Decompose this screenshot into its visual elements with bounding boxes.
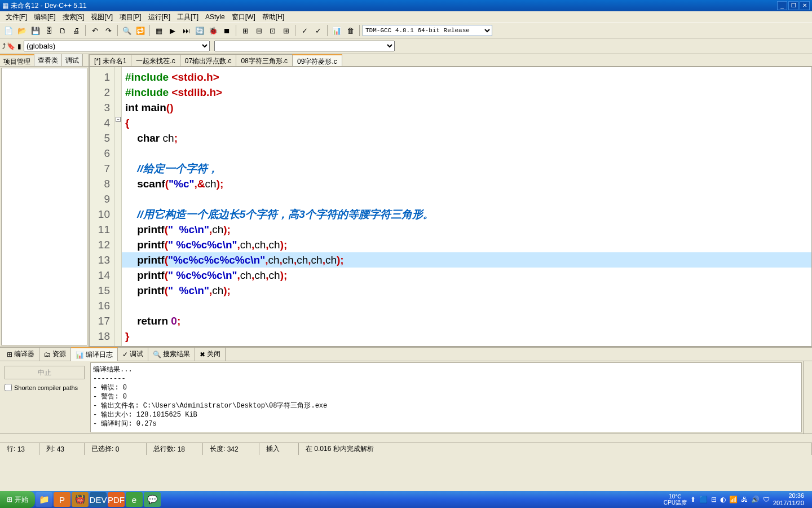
abort-button[interactable]: 中止 bbox=[5, 366, 85, 379]
tool-button-4[interactable]: ⊞ bbox=[280, 24, 292, 37]
save-all-button[interactable]: 🗄 bbox=[43, 24, 55, 37]
scope-select[interactable]: (globals) bbox=[24, 41, 210, 51]
tab-icon: ✖ bbox=[200, 351, 205, 358]
delete-profile-button[interactable]: 🗑 bbox=[344, 24, 356, 37]
file-tab[interactable]: 一起来找茬.c bbox=[131, 54, 180, 66]
tray-icon-1[interactable]: ⬆ bbox=[690, 496, 696, 503]
menubar: 文件[F]编辑[E]搜索[S]视图[V]项目[P]运行[R]工具[T]AStyl… bbox=[0, 11, 812, 23]
side-tab[interactable]: 项目管理 bbox=[0, 54, 34, 66]
file-tab[interactable]: 09字符菱形.c bbox=[292, 54, 342, 66]
tab-icon: 🔍 bbox=[153, 351, 161, 358]
side-panel: 项目管理查看类调试 bbox=[0, 54, 89, 347]
side-tab[interactable]: 查看类 bbox=[34, 54, 62, 66]
menu-item[interactable]: 项目[P] bbox=[116, 11, 145, 23]
file-tabs: [*] 未命名1一起来找茬.c07输出浮点数.c08字符三角形.c09字符菱形.… bbox=[89, 54, 812, 67]
rebuild-button[interactable]: 🔄 bbox=[193, 24, 206, 37]
print-button[interactable]: 🖨 bbox=[70, 24, 82, 37]
debug-button[interactable]: 🐞 bbox=[207, 24, 219, 37]
redo-button[interactable]: ↷ bbox=[102, 24, 114, 37]
toggle-button[interactable]: ▮ bbox=[17, 42, 21, 50]
find-button[interactable]: 🔍 bbox=[121, 24, 133, 37]
code-content[interactable]: #include <stdio.h>#include <stdlib.h>int… bbox=[122, 67, 811, 346]
menu-item[interactable]: 文件[F] bbox=[2, 11, 30, 23]
system-tray: 10℃ CPU温度 ⬆ 🟦 ⊟ ◐ 📶 🖧 🔊 🛡 20:36 2017/11/… bbox=[659, 492, 812, 507]
side-tab[interactable]: 调试 bbox=[62, 54, 83, 66]
save-button[interactable]: 💾 bbox=[29, 24, 42, 37]
file-tab[interactable]: [*] 未命名1 bbox=[89, 54, 131, 66]
shorten-paths-checkbox[interactable]: Shorten compiler paths bbox=[5, 384, 85, 391]
tool-button-3[interactable]: ⊡ bbox=[266, 24, 279, 37]
tray-icon-8[interactable]: 🛡 bbox=[763, 496, 770, 503]
tray-icon-7[interactable]: 🔊 bbox=[751, 496, 760, 503]
tool-button-1[interactable]: ⊞ bbox=[239, 24, 251, 37]
tab-icon: 📊 bbox=[76, 351, 84, 359]
run-button[interactable]: ▶ bbox=[166, 24, 179, 37]
compile-run-button[interactable]: ⏭ bbox=[180, 24, 192, 37]
statusbar: 行: 13 列: 43 已选择: 0 总行数: 18 长度: 342 插入 在 … bbox=[0, 443, 812, 455]
new-file-button[interactable]: 📄 bbox=[2, 24, 15, 37]
tray-icon-6[interactable]: 🖧 bbox=[741, 496, 748, 503]
taskbar-app-3[interactable]: 👹 bbox=[72, 492, 89, 507]
menu-item[interactable]: 工具[T] bbox=[174, 11, 202, 23]
close-file-button[interactable]: 🗋 bbox=[56, 24, 69, 37]
output-tab[interactable]: 🗂资源 bbox=[39, 348, 71, 361]
tray-icon-2[interactable]: 🟦 bbox=[699, 496, 708, 503]
output-tab[interactable]: ✖关闭 bbox=[195, 348, 226, 361]
bookmark-button[interactable]: 🔖 bbox=[7, 42, 15, 50]
window-title: 未命名12 - Dev-C++ 5.11 bbox=[11, 1, 777, 11]
compiler-select[interactable]: TDM-GCC 4.8.1 64-bit Release bbox=[363, 25, 492, 36]
output-tab[interactable]: ✓调试 bbox=[118, 348, 148, 361]
code-editor[interactable]: 123456789101112131415161718 − #include <… bbox=[89, 67, 812, 347]
profile-button[interactable]: 📊 bbox=[330, 24, 343, 37]
replace-button[interactable]: 🔁 bbox=[134, 24, 147, 37]
output-tab[interactable]: 🔍搜索结果 bbox=[148, 348, 195, 361]
output-tab[interactable]: ⊞编译器 bbox=[2, 348, 39, 361]
menu-item[interactable]: AStyle bbox=[202, 12, 228, 22]
menu-item[interactable]: 运行[R] bbox=[145, 11, 174, 23]
tool-button-6[interactable]: ✓ bbox=[312, 24, 324, 37]
taskbar-app-1[interactable]: 📁 bbox=[36, 492, 52, 507]
menu-item[interactable]: 搜索[S] bbox=[59, 11, 88, 23]
open-button[interactable]: 📂 bbox=[16, 24, 28, 37]
shorten-paths-input[interactable] bbox=[5, 384, 12, 391]
output-tabs: ⊞编译器🗂资源📊编译日志✓调试🔍搜索结果✖关闭 bbox=[0, 348, 812, 361]
taskbar-app-5[interactable]: PDF bbox=[108, 492, 125, 507]
menu-item[interactable]: 窗口[W] bbox=[228, 11, 259, 23]
tray-icon-5[interactable]: 📶 bbox=[729, 496, 738, 503]
menu-item[interactable]: 编辑[E] bbox=[30, 11, 59, 23]
stop-button[interactable]: ⏹ bbox=[220, 24, 233, 37]
close-button[interactable]: ✕ bbox=[800, 1, 810, 10]
taskbar-app-7[interactable]: 💬 bbox=[144, 492, 161, 507]
taskbar: ⊞ 开始 📁 P 👹 DEV PDF e 💬 10℃ CPU温度 ⬆ 🟦 ⊟ ◐… bbox=[0, 491, 812, 508]
main-toolbar: 📄 📂 💾 🗄 🗋 🖨 ↶ ↷ 🔍 🔁 ▦ ▶ ⏭ 🔄 🐞 ⏹ ⊞ ⊟ ⊡ ⊞ … bbox=[0, 23, 812, 38]
app-icon: ▦ bbox=[2, 2, 8, 10]
secondary-toolbar: ⤴ 🔖 ▮ (globals) bbox=[0, 38, 812, 54]
undo-button[interactable]: ↶ bbox=[89, 24, 101, 37]
titlebar: ▦ 未命名12 - Dev-C++ 5.11 _ ❐ ✕ bbox=[0, 0, 812, 11]
output-scrollbar-h[interactable] bbox=[0, 433, 812, 443]
start-button[interactable]: ⊞ 开始 bbox=[0, 491, 35, 508]
compile-output[interactable]: 编译结果... -------- - 错误: 0 - 警告: 0 - 输出文件名… bbox=[90, 362, 802, 432]
fold-gutter[interactable]: − bbox=[115, 67, 122, 346]
tray-icon-3[interactable]: ⊟ bbox=[711, 496, 717, 503]
file-tab[interactable]: 08字符三角形.c bbox=[236, 54, 293, 66]
taskbar-app-6[interactable]: e bbox=[126, 492, 143, 507]
output-scrollbar-v[interactable] bbox=[803, 361, 812, 433]
compile-button[interactable]: ▦ bbox=[153, 24, 165, 37]
menu-item[interactable]: 帮助[H] bbox=[259, 11, 288, 23]
file-tab[interactable]: 07输出浮点数.c bbox=[180, 54, 237, 66]
taskbar-clock[interactable]: 20:36 2017/11/20 bbox=[773, 492, 807, 507]
tool-button-2[interactable]: ⊟ bbox=[253, 24, 265, 37]
project-tree[interactable] bbox=[1, 68, 87, 345]
minimize-button[interactable]: _ bbox=[777, 1, 787, 10]
menu-item[interactable]: 视图[V] bbox=[87, 11, 116, 23]
member-select[interactable] bbox=[214, 41, 395, 51]
taskbar-app-4[interactable]: DEV bbox=[90, 492, 107, 507]
taskbar-app-2[interactable]: P bbox=[54, 492, 70, 507]
fold-marker[interactable]: − bbox=[116, 117, 121, 122]
tray-icon-4[interactable]: ◐ bbox=[720, 496, 726, 503]
goto-button[interactable]: ⤴ bbox=[2, 42, 6, 50]
output-tab[interactable]: 📊编译日志 bbox=[71, 347, 118, 361]
tool-button-5[interactable]: ✓ bbox=[298, 24, 311, 37]
maximize-button[interactable]: ❐ bbox=[788, 1, 798, 10]
